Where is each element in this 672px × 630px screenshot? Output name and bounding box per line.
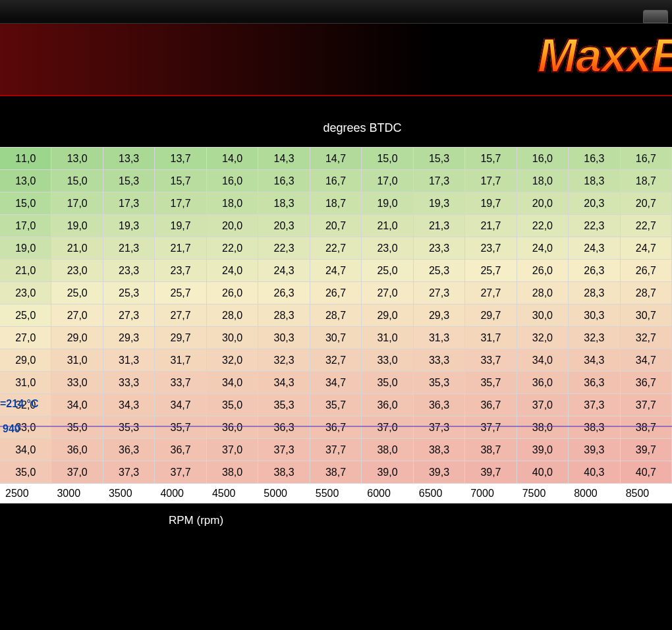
table-cell[interactable]: 24,0	[207, 260, 258, 281]
table-cell[interactable]: 36,3	[414, 394, 465, 416]
table-cell[interactable]: 38,3	[258, 461, 310, 483]
table-cell[interactable]: 30,3	[569, 304, 620, 326]
table-cell[interactable]: 16,3	[258, 170, 310, 192]
table-cell[interactable]: 38,7	[621, 416, 672, 438]
table-cell[interactable]: 13,3	[103, 148, 155, 169]
table-cell[interactable]: 36,7	[621, 372, 672, 393]
table-cell[interactable]: 27,0	[0, 327, 51, 349]
table-cell[interactable]: 31,7	[465, 327, 517, 349]
table-cell[interactable]: 15,0	[0, 192, 51, 214]
table-cell[interactable]: 23,7	[155, 260, 206, 281]
table-cell[interactable]: 38,0	[517, 416, 569, 438]
table-cell[interactable]: 34,0	[51, 394, 103, 416]
table-cell[interactable]: 32,3	[569, 327, 620, 349]
table-cell[interactable]: 40,3	[569, 461, 620, 483]
table-cell[interactable]: 16,3	[569, 148, 620, 169]
table-cell[interactable]: 15,7	[155, 170, 206, 192]
table-cell[interactable]: 18,7	[310, 192, 362, 214]
table-cell[interactable]: 20,0	[207, 215, 258, 237]
table-cell[interactable]: 39,0	[517, 439, 569, 461]
table-cell[interactable]: 25,0	[51, 282, 103, 304]
table-cell[interactable]: 31,0	[0, 372, 51, 393]
table-cell[interactable]: 40,7	[621, 461, 672, 483]
table-cell[interactable]: 38,3	[569, 416, 620, 438]
table-cell[interactable]: 36,0	[517, 372, 569, 393]
table-cell[interactable]: 17,7	[155, 192, 206, 214]
heatmap-grid[interactable]: 11,013,013,313,714,014,314,715,015,315,7…	[0, 147, 672, 503]
table-cell[interactable]: 25,7	[155, 282, 206, 304]
table-cell[interactable]: 24,7	[621, 237, 672, 259]
table-cell[interactable]: 20,7	[310, 215, 362, 237]
table-cell[interactable]: 18,3	[258, 192, 310, 214]
table-cell[interactable]: 19,7	[155, 215, 206, 237]
table-cell[interactable]: 22,3	[569, 215, 620, 237]
table-cell[interactable]: 29,3	[103, 327, 155, 349]
table-cell[interactable]: 26,0	[517, 260, 569, 281]
table-cell[interactable]: 33,0	[362, 349, 413, 371]
table-cell[interactable]: 22,7	[621, 215, 672, 237]
table-cell[interactable]: 36,3	[103, 439, 155, 461]
table-cell[interactable]: 39,7	[465, 461, 517, 483]
table-cell[interactable]: 37,7	[310, 439, 362, 461]
table-cell[interactable]: 33,3	[414, 349, 465, 371]
table-cell[interactable]: 16,0	[517, 148, 569, 169]
table-cell[interactable]: 14,3	[258, 148, 310, 169]
table-cell[interactable]: 23,0	[51, 260, 103, 281]
table-cell[interactable]: 33,3	[103, 372, 155, 393]
table-cell[interactable]: 37,0	[517, 394, 569, 416]
table-cell[interactable]: 30,3	[258, 327, 310, 349]
table-cell[interactable]: 26,0	[207, 282, 258, 304]
table-cell[interactable]: 28,3	[569, 282, 620, 304]
table-cell[interactable]: 34,7	[155, 394, 206, 416]
table-cell[interactable]: 13,0	[51, 148, 103, 169]
table-cell[interactable]: 23,3	[414, 237, 465, 259]
table-cell[interactable]: 26,7	[621, 260, 672, 281]
table-cell[interactable]: 16,0	[207, 170, 258, 192]
table-cell[interactable]: 28,3	[258, 304, 310, 326]
table-cell[interactable]: 36,0	[362, 394, 413, 416]
table-cell[interactable]: 16,7	[621, 148, 672, 169]
table-cell[interactable]: 19,0	[0, 237, 51, 259]
table-cell[interactable]: 19,7	[465, 192, 517, 214]
table-cell[interactable]: 39,7	[621, 439, 672, 461]
table-cell[interactable]: 40,0	[517, 461, 569, 483]
table-cell[interactable]: 31,0	[51, 349, 103, 371]
table-cell[interactable]: 27,3	[103, 304, 155, 326]
table-cell[interactable]: 29,3	[414, 304, 465, 326]
table-cell[interactable]: 35,0	[0, 461, 51, 483]
table-cell[interactable]: 19,3	[414, 192, 465, 214]
table-cell[interactable]: 23,0	[362, 237, 413, 259]
table-cell[interactable]: 18,3	[569, 170, 620, 192]
table-cell[interactable]: 37,3	[103, 461, 155, 483]
table-cell[interactable]: 21,0	[362, 215, 413, 237]
table-cell[interactable]: 20,7	[621, 192, 672, 214]
table-cell[interactable]: 36,3	[258, 416, 310, 438]
table-cell[interactable]: 15,0	[51, 170, 103, 192]
table-cell[interactable]: 32,3	[258, 349, 310, 371]
table-cell[interactable]: 19,0	[362, 192, 413, 214]
table-cell[interactable]: 24,0	[517, 237, 569, 259]
table-cell[interactable]: 30,7	[621, 304, 672, 326]
table-cell[interactable]: 19,0	[51, 215, 103, 237]
table-cell[interactable]: 37,0	[207, 439, 258, 461]
table-cell[interactable]: 25,3	[103, 282, 155, 304]
table-cell[interactable]: 21,7	[465, 215, 517, 237]
table-cell[interactable]: 31,3	[103, 349, 155, 371]
table-cell[interactable]: 17,3	[414, 170, 465, 192]
table-cell[interactable]: 26,7	[310, 282, 362, 304]
table-cell[interactable]: 23,0	[0, 282, 51, 304]
table-cell[interactable]: 34,0	[517, 349, 569, 371]
table-cell[interactable]: 37,3	[569, 394, 620, 416]
table-cell[interactable]: 39,3	[569, 439, 620, 461]
table-cell[interactable]: 35,7	[310, 394, 362, 416]
table-cell[interactable]: 26,3	[258, 282, 310, 304]
table-cell[interactable]: 33,7	[465, 349, 517, 371]
table-cell[interactable]: 18,7	[621, 170, 672, 192]
table-cell[interactable]: 34,7	[621, 349, 672, 371]
table-cell[interactable]: 34,3	[258, 372, 310, 393]
table-cell[interactable]: 13,0	[0, 170, 51, 192]
table-cell[interactable]: 34,7	[310, 372, 362, 393]
table-cell[interactable]: 33,7	[155, 372, 206, 393]
table-cell[interactable]: 29,0	[362, 304, 413, 326]
table-cell[interactable]: 28,7	[310, 304, 362, 326]
